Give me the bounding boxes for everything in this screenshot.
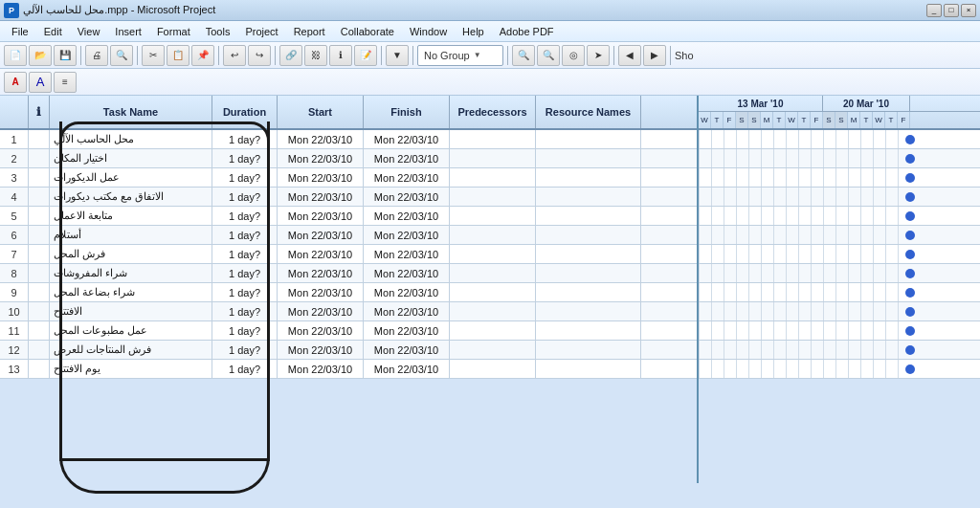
cell-start-7[interactable]: Mon 22/03/10 (278, 264, 364, 282)
cell-pred-5[interactable] (450, 226, 536, 244)
cell-start-3[interactable]: Mon 22/03/10 (278, 188, 364, 206)
col-header-task[interactable]: Task Name (50, 96, 212, 128)
no-group-selector[interactable]: No Group ▼ (417, 45, 503, 66)
cell-task-7[interactable]: شراء المفروشات (50, 264, 212, 282)
new-button[interactable]: 📄 (4, 45, 27, 66)
cell-res-9[interactable] (536, 302, 641, 320)
cell-finish-7[interactable]: Mon 22/03/10 (364, 264, 450, 282)
cell-dur-9[interactable]: 1 day? (212, 302, 278, 320)
copy-button[interactable]: 📋 (167, 45, 189, 66)
cell-dur-6[interactable]: 1 day? (212, 245, 278, 263)
next-button[interactable]: ▶ (643, 45, 666, 66)
table-row[interactable]: 9 شراء بضاعة المحل 1 day? Mon 22/03/10 M… (0, 283, 697, 302)
cell-pred-8[interactable] (450, 283, 536, 301)
save-button[interactable]: 💾 (54, 45, 77, 66)
menu-tools[interactable]: Tools (198, 24, 238, 39)
menu-project[interactable]: Project (237, 24, 285, 39)
cell-start-0[interactable]: Mon 22/03/10 (278, 130, 364, 148)
cell-res-1[interactable] (536, 149, 641, 167)
cell-finish-1[interactable]: Mon 22/03/10 (364, 149, 450, 167)
col-header-predecessors[interactable]: Predecessors (450, 96, 536, 128)
cell-pred-1[interactable] (450, 149, 536, 167)
cell-dur-3[interactable]: 1 day? (212, 188, 278, 206)
cell-pred-6[interactable] (450, 245, 536, 263)
cell-dur-8[interactable]: 1 day? (212, 283, 278, 301)
zoom-in-button[interactable]: 🔍 (512, 45, 535, 66)
cell-dur-12[interactable]: 1 day? (212, 360, 278, 378)
col-header-duration[interactable]: Duration (212, 96, 278, 128)
cell-task-10[interactable]: عمل مطبوعات المحل (50, 321, 212, 340)
open-button[interactable]: 📂 (29, 45, 52, 66)
menu-format[interactable]: Format (149, 24, 198, 39)
cell-finish-8[interactable]: Mon 22/03/10 (364, 283, 450, 301)
cell-start-6[interactable]: Mon 22/03/10 (278, 245, 364, 263)
menu-insert[interactable]: Insert (107, 24, 149, 39)
font-color-b[interactable]: A (29, 72, 52, 93)
table-row[interactable]: 6 أستلام 1 day? Mon 22/03/10 Mon 22/03/1… (0, 226, 697, 245)
prev-button[interactable]: ◀ (618, 45, 641, 66)
cell-task-4[interactable]: متابعة الاعمال (50, 207, 212, 225)
cell-pred-4[interactable] (450, 207, 536, 225)
cell-finish-3[interactable]: Mon 22/03/10 (364, 188, 450, 206)
cell-task-2[interactable]: عمل الديكورات (50, 168, 212, 187)
cell-res-3[interactable] (536, 188, 641, 206)
cell-dur-2[interactable]: 1 day? (212, 168, 278, 187)
cell-task-11[interactable]: فرش المنتاجات للعرض (50, 341, 212, 359)
close-button[interactable]: × (961, 4, 976, 17)
task-info-button[interactable]: ℹ (329, 45, 352, 66)
filter-button[interactable]: ▼ (386, 45, 409, 66)
cell-pred-12[interactable] (450, 360, 536, 378)
cell-dur-10[interactable]: 1 day? (212, 321, 278, 340)
menu-report[interactable]: Report (286, 24, 333, 39)
fit-button[interactable]: ◎ (562, 45, 585, 66)
menu-edit[interactable]: Edit (36, 24, 70, 39)
table-row[interactable]: 11 عمل مطبوعات المحل 1 day? Mon 22/03/10… (0, 321, 697, 341)
cell-start-10[interactable]: Mon 22/03/10 (278, 321, 364, 340)
cell-task-12[interactable]: يوم الافتتاح (50, 360, 212, 378)
cell-dur-1[interactable]: 1 day? (212, 149, 278, 167)
cell-start-11[interactable]: Mon 22/03/10 (278, 341, 364, 359)
cut-button[interactable]: ✂ (142, 45, 165, 66)
cell-task-1[interactable]: اختيار المكان (50, 149, 212, 167)
cell-task-5[interactable]: أستلام (50, 226, 212, 244)
cell-dur-11[interactable]: 1 day? (212, 341, 278, 359)
cell-pred-0[interactable] (450, 130, 536, 148)
cell-start-2[interactable]: Mon 22/03/10 (278, 168, 364, 187)
cell-finish-6[interactable]: Mon 22/03/10 (364, 245, 450, 263)
cell-task-9[interactable]: الافتتاح (50, 302, 212, 320)
cell-res-2[interactable] (536, 168, 641, 187)
table-row[interactable]: 8 شراء المفروشات 1 day? Mon 22/03/10 Mon… (0, 264, 697, 283)
table-row[interactable]: 2 اختيار المكان 1 day? Mon 22/03/10 Mon … (0, 149, 697, 168)
cell-res-0[interactable] (536, 130, 641, 148)
table-row[interactable]: 5 متابعة الاعمال 1 day? Mon 22/03/10 Mon… (0, 207, 697, 226)
cell-res-12[interactable] (536, 360, 641, 378)
menu-file[interactable]: File (4, 24, 36, 39)
cell-pred-9[interactable] (450, 302, 536, 320)
table-row[interactable]: 3 عمل الديكورات 1 day? Mon 22/03/10 Mon … (0, 168, 697, 188)
scroll-to-task[interactable]: ➤ (587, 45, 610, 66)
cell-pred-3[interactable] (450, 188, 536, 206)
cell-task-6[interactable]: فرش المحل (50, 245, 212, 263)
cell-res-4[interactable] (536, 207, 641, 225)
cell-finish-12[interactable]: Mon 22/03/10 (364, 360, 450, 378)
table-row[interactable]: 10 الافتتاح 1 day? Mon 22/03/10 Mon 22/0… (0, 302, 697, 321)
cell-dur-5[interactable]: 1 day? (212, 226, 278, 244)
font-size-a[interactable]: A (4, 72, 27, 93)
menu-window[interactable]: Window (402, 24, 455, 39)
table-row[interactable]: 12 فرش المنتاجات للعرض 1 day? Mon 22/03/… (0, 341, 697, 360)
cell-res-10[interactable] (536, 321, 641, 340)
cell-task-3[interactable]: الاتفاق مع مكتب ديكورات (50, 188, 212, 206)
menu-collaborate[interactable]: Collaborate (333, 24, 402, 39)
cell-finish-5[interactable]: Mon 22/03/10 (364, 226, 450, 244)
format-btn3[interactable]: ≡ (54, 72, 77, 93)
cell-finish-11[interactable]: Mon 22/03/10 (364, 341, 450, 359)
print-button[interactable]: 🖨 (85, 45, 108, 66)
zoom-out-button[interactable]: 🔍 (537, 45, 560, 66)
link-button[interactable]: 🔗 (279, 45, 302, 66)
cell-start-9[interactable]: Mon 22/03/10 (278, 302, 364, 320)
cell-task-8[interactable]: شراء بضاعة المحل (50, 283, 212, 301)
col-header-start[interactable]: Start (278, 96, 364, 128)
cell-start-1[interactable]: Mon 22/03/10 (278, 149, 364, 167)
unlink-button[interactable]: ⛓ (304, 45, 327, 66)
notes-button[interactable]: 📝 (354, 45, 377, 66)
